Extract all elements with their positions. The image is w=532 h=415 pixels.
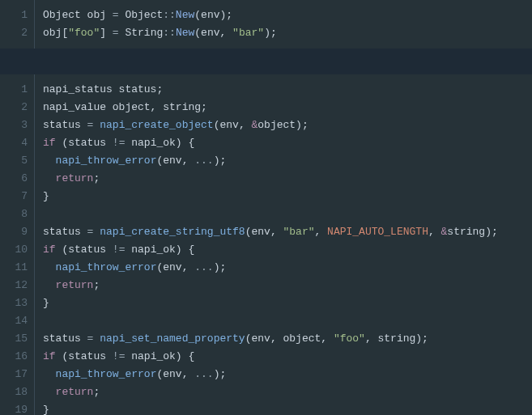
code-token: =	[113, 9, 119, 21]
code-line: if (status != napi_ok) {	[43, 348, 524, 366]
code-token	[43, 279, 56, 291]
code-token: );	[214, 368, 227, 380]
code-token: if	[43, 350, 56, 362]
code-token: (	[194, 9, 201, 21]
code-token: ;	[93, 279, 100, 291]
line-number: 19	[10, 401, 28, 415]
code-token: status	[43, 332, 87, 345]
code-line: status = napi_create_string_utf8(env, "b…	[43, 223, 524, 241]
code-token: napi_throw_error	[56, 155, 157, 167]
code-line: napi_throw_error(env, ...);	[43, 152, 524, 170]
code-token: ...	[194, 368, 213, 380]
code-token: napi_ok) {	[125, 243, 194, 256]
code-line: }	[43, 401, 524, 415]
code-token: env,	[201, 27, 232, 39]
code-document: 12Object obj = Object::New(env);obj["foo…	[0, 0, 532, 415]
code-token: }	[43, 404, 49, 415]
code-token: if	[43, 137, 56, 149]
line-number: 17	[10, 366, 28, 383]
code-token: napi_create_object	[100, 119, 213, 131]
line-number-gutter: 12	[0, 0, 34, 49]
line-number: 8	[10, 205, 28, 223]
code-token: Object	[43, 9, 81, 21]
line-number: 14	[10, 312, 28, 330]
code-line	[43, 312, 524, 330]
line-number: 10	[10, 241, 28, 259]
code-token: "bar"	[283, 226, 314, 238]
line-number: 11	[10, 259, 28, 277]
code-area[interactable]: napi_status status;napi_value object, st…	[34, 74, 532, 415]
code-token: !=	[113, 137, 126, 149]
code-line: return;	[43, 383, 524, 401]
line-number: 2	[10, 99, 28, 116]
code-line: }	[43, 294, 524, 312]
code-token: }	[43, 190, 49, 202]
code-token: );	[214, 155, 227, 167]
code-token: status	[43, 119, 87, 131]
code-line	[43, 205, 524, 223]
code-token: napi_throw_error	[56, 261, 157, 273]
line-number: 1	[10, 6, 28, 24]
code-token	[43, 172, 56, 184]
code-token: (status	[56, 350, 113, 362]
code-token: object);	[257, 119, 308, 131]
code-token: return	[56, 386, 94, 398]
code-line: return;	[43, 170, 524, 188]
code-token: napi_value object, string;	[43, 101, 207, 113]
line-number: 1	[10, 81, 28, 99]
code-token: String	[119, 27, 164, 39]
code-token: ...	[194, 261, 213, 273]
code-token: obj	[81, 9, 113, 21]
code-token: !=	[113, 243, 126, 256]
code-token: napi_status status;	[43, 83, 163, 95]
code-token	[43, 155, 56, 167]
code-token: );	[264, 27, 277, 39]
code-token: (	[194, 27, 201, 39]
code-token: napi_throw_error	[56, 368, 157, 380]
code-block-2: 12345678910111213141516171819napi_status…	[0, 74, 532, 415]
code-token: ::	[163, 9, 176, 21]
code-token: (status	[56, 243, 113, 256]
code-token: New	[176, 27, 194, 39]
code-line: if (status != napi_ok) {	[43, 241, 524, 259]
code-token	[43, 386, 56, 398]
line-number-gutter: 12345678910111213141516171819	[0, 74, 34, 415]
code-token: napi_ok) {	[125, 137, 194, 149]
line-number: 13	[10, 294, 28, 312]
code-token: (status	[56, 137, 113, 149]
code-token: return	[56, 279, 94, 291]
code-token: ;	[93, 172, 100, 184]
code-token	[43, 208, 49, 220]
code-token: "bar"	[232, 27, 264, 39]
code-token: !=	[113, 350, 126, 362]
code-token: (env,	[245, 226, 283, 238]
line-number: 16	[10, 348, 28, 366]
code-token: status	[43, 226, 87, 238]
code-token: if	[43, 243, 56, 256]
code-token: , string);	[365, 332, 428, 345]
code-token: Object	[119, 9, 164, 21]
code-line: napi_throw_error(env, ...);	[43, 259, 524, 277]
code-token: ]	[100, 27, 113, 39]
code-token: NAPI_AUTO_LENGTH	[327, 226, 428, 238]
code-token: return	[56, 172, 94, 184]
code-token: ...	[194, 155, 213, 167]
code-token: (env,	[214, 119, 252, 131]
code-token: ::	[163, 27, 176, 39]
code-token: }	[43, 297, 49, 309]
code-line: status = napi_create_object(env, &object…	[43, 116, 524, 134]
code-line: Object obj = Object::New(env);	[43, 6, 524, 24]
code-token: napi_set_named_property	[100, 332, 245, 345]
line-number: 18	[10, 383, 28, 401]
code-token: ,	[315, 226, 328, 238]
line-number: 5	[10, 152, 28, 170]
line-number: 15	[10, 330, 28, 348]
code-token	[43, 315, 49, 327]
code-token: );	[214, 261, 227, 273]
line-number: 4	[10, 134, 28, 152]
code-token: "foo"	[68, 27, 100, 39]
code-area[interactable]: Object obj = Object::New(env);obj["foo"]…	[34, 0, 532, 49]
line-number: 2	[10, 24, 28, 42]
code-token: (env, object,	[245, 332, 334, 345]
code-token: napi_ok) {	[125, 350, 194, 362]
